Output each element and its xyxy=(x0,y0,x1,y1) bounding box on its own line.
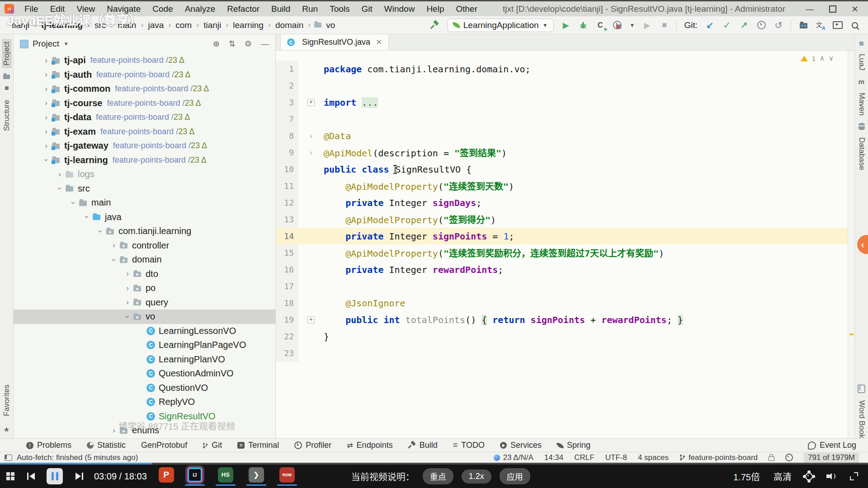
tree-row-controller[interactable]: ›controller xyxy=(14,239,275,253)
settings-button[interactable]: ⚙ xyxy=(245,39,252,49)
tree-chevron-icon[interactable]: › xyxy=(122,298,133,307)
stop-button[interactable]: ■ xyxy=(659,19,669,31)
tool-tab-luaj[interactable]: LuaJ xyxy=(857,54,866,70)
code-line-12[interactable]: 12 private Integer signDays; xyxy=(276,194,848,211)
code-line-13[interactable]: 13 @ApiModelProperty("签到得分") xyxy=(276,211,848,228)
video-tag-应用[interactable]: 应用 xyxy=(500,468,530,484)
tree-chevron-icon[interactable]: › xyxy=(108,426,119,435)
tree-row-ReplyVO[interactable]: CReplyVO xyxy=(14,395,275,409)
rerun-button-disabled[interactable]: ▶ xyxy=(642,19,652,31)
project-structure-button[interactable] xyxy=(798,19,808,31)
tree-row-tj-course[interactable]: ›tj-coursefeature-points-board / 23 Δ xyxy=(14,96,275,111)
taskbar-app-heidisql[interactable]: HS xyxy=(216,467,236,486)
profiler-button[interactable] xyxy=(613,19,623,31)
code-line-1[interactable]: 1package com.tianji.learning.domain.vo; xyxy=(276,61,848,77)
search-everywhere-button[interactable] xyxy=(850,19,860,31)
tree-chevron-icon[interactable]: › xyxy=(42,155,51,165)
code-line-8[interactable]: 8∨@Data xyxy=(276,127,848,144)
menu-window[interactable]: Window xyxy=(379,3,420,15)
code-line-14[interactable]: 14 private Integer signPoints = 1; xyxy=(276,228,848,244)
tree-chevron-icon[interactable]: › xyxy=(108,241,119,250)
tree-chevron-icon[interactable]: › xyxy=(122,284,133,293)
code-line-15[interactable]: 15 @ApiModelProperty("连续签到奖励积分，连续签到超过7天以… xyxy=(276,244,848,261)
previous-video-button[interactable] xyxy=(27,473,35,480)
breadcrumb-item-com[interactable]: com xyxy=(174,20,193,31)
taskbar-app-powerpoint[interactable]: P xyxy=(159,467,174,486)
tree-chevron-icon[interactable]: › xyxy=(41,127,52,136)
tree-row-dto[interactable]: ›dto xyxy=(14,267,275,282)
code-line-10[interactable]: 10public class SignResultVO { xyxy=(276,161,848,178)
hide-panel-button[interactable]: — xyxy=(261,39,269,49)
git-rollback-button[interactable]: ↺ xyxy=(774,19,783,31)
tree-row-QuestionAdminVO[interactable]: CQuestionAdminVO xyxy=(14,366,275,381)
breadcrumb-item-vo[interactable]: vo xyxy=(324,20,337,31)
tree-row-query[interactable]: ›query xyxy=(14,296,275,310)
tree-chevron-icon[interactable]: › xyxy=(41,84,52,94)
changes-widget[interactable]: 23 Δ/N/A xyxy=(494,453,533,462)
tree-chevron-icon[interactable]: › xyxy=(69,197,78,208)
tool-window-button-git[interactable]: Git xyxy=(203,441,222,450)
menu-code[interactable]: Code xyxy=(147,3,178,15)
tool-tab-structure[interactable]: Structure xyxy=(2,97,12,134)
tree-row-java[interactable]: ›java xyxy=(14,210,275,225)
indent-widget[interactable]: 4 spaces xyxy=(638,453,669,462)
run-configuration-select[interactable]: LearningApplication ▼ xyxy=(447,19,554,32)
coverage-icon[interactable]: C xyxy=(595,19,605,31)
tree-row-LearningPlanPageVO[interactable]: CLearningPlanPageVO xyxy=(14,338,275,352)
tree-chevron-icon[interactable]: › xyxy=(55,183,64,194)
tree-chevron-icon[interactable]: › xyxy=(41,99,52,108)
breadcrumb-item-learning[interactable]: learning xyxy=(231,20,265,31)
tool-window-button-endpoints[interactable]: ⇄Endpoints xyxy=(347,441,392,450)
tool-window-button-terminal[interactable]: >Terminal xyxy=(237,441,279,450)
maximize-button[interactable] xyxy=(829,5,836,13)
menu-tools[interactable]: Tools xyxy=(325,3,354,15)
line-ending-widget[interactable]: CRLF xyxy=(574,453,594,462)
tree-chevron-icon[interactable]: › xyxy=(41,56,52,65)
code-line-23[interactable]: 23 xyxy=(276,345,848,361)
caret-position-widget[interactable]: 14:34 xyxy=(544,453,564,462)
close-button[interactable]: × xyxy=(852,5,858,13)
code-line-22[interactable]: 22} xyxy=(276,328,848,345)
close-tab-icon[interactable]: ✕ xyxy=(376,38,382,47)
git-update-button[interactable]: ↙ xyxy=(705,19,715,31)
menu-other[interactable]: Other xyxy=(451,3,482,15)
taskbar-app-mobaxterm[interactable]: ❯ xyxy=(246,467,266,486)
taskbar-app-rdm[interactable]: RDM xyxy=(277,467,297,486)
tree-row-tj-exam[interactable]: ›tj-examfeature-points-board / 23 Δ xyxy=(14,125,275,139)
menu-build[interactable]: Build xyxy=(266,3,295,15)
menu-git[interactable]: Git xyxy=(357,3,377,15)
tool-window-button-statistic[interactable]: Statistic xyxy=(87,441,126,450)
tree-chevron-icon[interactable]: › xyxy=(41,113,52,122)
tool-tab-maven[interactable]: Maven xyxy=(857,93,866,116)
code-line-18[interactable]: 18 @JsonIgnore xyxy=(276,295,848,311)
video-quality[interactable]: 高清 xyxy=(774,470,792,483)
tree-row-po[interactable]: ›po xyxy=(14,281,275,296)
next-video-button[interactable] xyxy=(75,473,83,480)
tool-tab-project[interactable]: Project xyxy=(2,39,12,68)
tool-window-button-services[interactable]: Services xyxy=(500,441,542,450)
git-push-button[interactable]: ↗ xyxy=(739,19,749,31)
code-line-16[interactable]: 16 private Integer rewardPoints; xyxy=(276,261,848,278)
tree-chevron-icon[interactable]: › xyxy=(41,70,52,79)
tree-row-main[interactable]: ›main xyxy=(14,196,275,210)
breadcrumb-item-tianji[interactable]: tianji xyxy=(202,20,223,31)
highlighting-level-icon[interactable] xyxy=(785,454,793,461)
taskbar-app-intellij[interactable]: IJ xyxy=(185,467,205,486)
windows-start-icon[interactable] xyxy=(6,472,14,480)
tree-row-com.tianji.learning[interactable]: ›com.tianji.learning xyxy=(14,224,275,239)
menu-help[interactable]: Help xyxy=(421,3,449,15)
player-settings-icon[interactable] xyxy=(805,473,813,480)
tree-row-QuestionVO[interactable]: CQuestionVO xyxy=(14,381,275,395)
volume-icon[interactable] xyxy=(826,472,836,480)
chevron-down-icon[interactable]: ▼ xyxy=(63,41,69,47)
tree-row-tj-common[interactable]: ›tj-commonfeature-points-board / 23 Δ xyxy=(14,82,275,96)
code-line-3[interactable]: 3+import ... xyxy=(276,94,848,111)
menu-run[interactable]: Run xyxy=(297,3,323,15)
code-editor[interactable]: 1package com.tianji.learning.domain.vo;2… xyxy=(276,51,848,438)
tree-chevron-icon[interactable]: › xyxy=(123,311,132,322)
code-line-2[interactable]: 2 xyxy=(276,77,848,94)
code-line-9[interactable]: 9∨@ApiModel(description = "签到结果") xyxy=(276,144,848,161)
tool-tab-database[interactable]: Database xyxy=(857,137,866,170)
fullscreen-icon[interactable] xyxy=(850,472,858,480)
locate-file-button[interactable]: ⊕ xyxy=(213,39,220,49)
